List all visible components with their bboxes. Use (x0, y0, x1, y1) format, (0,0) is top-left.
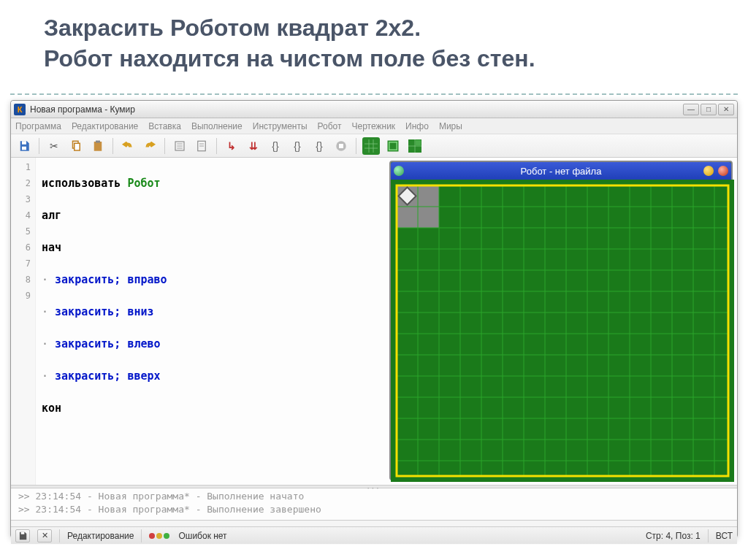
svg-rect-14 (339, 144, 343, 148)
status-position: Стр: 4, Поз: 1 (646, 531, 701, 541)
list-icon[interactable] (171, 137, 188, 155)
svg-rect-26 (391, 180, 734, 482)
close-button[interactable]: ✕ (718, 104, 734, 115)
robot-field[interactable] (391, 180, 731, 482)
braces-step-icon[interactable]: {} (289, 137, 306, 155)
menu-tools[interactable]: Инструменты (253, 121, 308, 131)
svg-rect-25 (416, 139, 421, 145)
menubar: Программа Редактирование Вставка Выполне… (11, 118, 737, 134)
doc-icon[interactable] (193, 137, 210, 155)
save-icon[interactable] (15, 137, 33, 155)
sb-save-icon[interactable] (15, 529, 30, 542)
menu-worlds[interactable]: Миры (439, 121, 462, 131)
field-mark-icon[interactable] (406, 137, 424, 155)
svg-rect-62 (21, 532, 25, 534)
kumir-window: К Новая программа - Кумир — □ ✕ Программ… (10, 100, 738, 538)
status-mode: Редактирование (67, 531, 134, 541)
svg-rect-15 (365, 139, 378, 153)
status-traffic (149, 531, 171, 541)
slide-title-l1: Закрасить Роботом квадрат 2х2. (44, 15, 421, 41)
svg-rect-3 (75, 143, 80, 150)
status-errors: Ошибок нет (178, 531, 226, 541)
slide-title: Закрасить Роботом квадрат 2х2. Робот нах… (44, 13, 730, 74)
maximize-button[interactable]: □ (701, 104, 717, 115)
toolbar: ✂ ↳ ⇊ {} {} {} (11, 134, 737, 158)
robot-field-window: Робот - нет файла (389, 161, 733, 480)
status-insert-mode: ВСТ (716, 531, 733, 541)
svg-rect-0 (22, 141, 26, 145)
menu-program[interactable]: Программа (15, 121, 61, 131)
robot-close-icon[interactable] (718, 166, 728, 176)
robot-titlebar[interactable]: Робот - нет файла (391, 162, 731, 180)
slide-divider (10, 93, 738, 95)
svg-rect-1 (22, 146, 26, 150)
code-body[interactable]: использовать Робот алг нач · закрасить; … (36, 158, 372, 485)
braces-run-icon[interactable]: {} (267, 137, 284, 155)
robot-menu-icon[interactable] (394, 166, 404, 176)
console-line-2: >> 23:14:54 - Новая программа* - Выполне… (18, 503, 730, 516)
braces-skip-icon[interactable]: {} (310, 137, 328, 155)
splitter[interactable] (11, 485, 737, 488)
paste-icon[interactable] (89, 137, 107, 155)
menu-robot[interactable]: Робот (318, 121, 342, 131)
copy-icon[interactable] (67, 137, 85, 155)
line-gutter: 1 2 3 4 5 6 7 8 9 (11, 158, 36, 485)
app-icon: К (14, 104, 26, 115)
stop-icon[interactable] (332, 137, 350, 155)
menu-run[interactable]: Выполнение (191, 121, 243, 131)
robot-minimize-icon[interactable] (703, 166, 714, 176)
output-console[interactable]: >> 23:14:54 - Новая программа* - Выполне… (11, 488, 737, 521)
redo-icon[interactable] (141, 137, 159, 155)
menu-drawer[interactable]: Чертежник (352, 121, 396, 131)
slide-title-l2: Робот находится на чистом поле без стен. (44, 45, 535, 72)
field-border-icon[interactable] (384, 137, 402, 155)
field-grid-icon[interactable] (362, 137, 380, 155)
svg-rect-5 (96, 140, 100, 142)
window-titlebar[interactable]: К Новая программа - Кумир — □ ✕ (11, 101, 737, 118)
window-title: Новая программа - Кумир (30, 104, 683, 115)
sb-close-icon[interactable]: ✕ (37, 529, 52, 542)
cut-icon[interactable]: ✂ (45, 137, 63, 155)
run-step-into-icon[interactable]: ⇊ (245, 137, 262, 155)
menu-edit[interactable]: Редактирование (72, 121, 138, 131)
run-step-icon[interactable]: ↳ (223, 137, 240, 155)
undo-icon[interactable] (119, 137, 137, 155)
menu-info[interactable]: Инфо (405, 121, 429, 131)
svg-rect-4 (94, 142, 102, 151)
menu-insert[interactable]: Вставка (148, 121, 181, 131)
code-editor[interactable]: 1 2 3 4 5 6 7 8 9 использовать Робот алг… (11, 158, 372, 485)
minimize-button[interactable]: — (683, 104, 699, 115)
robot-title: Робот - нет файла (521, 166, 602, 177)
statusbar: ✕ Редактирование Ошибок нет Стр: 4, Поз:… (11, 526, 737, 544)
